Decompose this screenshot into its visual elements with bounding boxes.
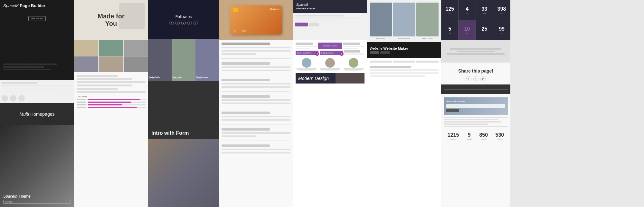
photo-thumb-2 <box>99 40 123 56</box>
team-cell: Agatha Agatha Role / Position Jenny Name… <box>148 39 219 81</box>
getting-up-label: Coming up with idea <box>297 52 317 54</box>
google-icon[interactable]: g <box>181 21 186 25</box>
room-photo <box>148 139 219 207</box>
photo-col-2: Mobile response <box>393 3 415 39</box>
skill-bar-js <box>77 104 146 105</box>
page-builder-title: SpaceM Page Builder <box>3 3 45 8</box>
webmaker-btn-2[interactable] <box>380 51 390 54</box>
stat-label-99: ●● <box>501 32 503 34</box>
column-4: 4532 •••• •••• 1234 <box>219 0 293 207</box>
skill-bar-js-track <box>88 104 146 105</box>
website-maker-title: Website Website Maker <box>370 46 439 50</box>
body-line-3 <box>222 53 256 55</box>
content-heading <box>370 66 411 68</box>
team-item-1 <box>296 58 318 71</box>
website-builder-cell: SpaceMWebsite Builder <box>293 0 367 40</box>
team-caption-2: Jenny Name Role / Position <box>173 76 194 80</box>
big-stat-1215: 1215 satisfied <box>448 132 459 140</box>
stat-label-25: ●● <box>483 32 485 34</box>
body-line-5 <box>222 70 290 71</box>
big-stat-850: 850 projects <box>479 132 488 140</box>
mock-line-2 <box>77 78 132 80</box>
twitter-icon[interactable]: t <box>175 21 180 25</box>
dark-bar-line <box>444 89 508 90</box>
team-caption-1: Agatha Agatha Role / Position <box>149 76 171 80</box>
body-text-2 <box>444 119 498 120</box>
photo-grid-cell <box>74 40 148 72</box>
photo-thumb-1 <box>74 40 98 56</box>
skill-bar-css-label <box>77 102 86 103</box>
facebook-icon[interactable]: f <box>169 21 174 25</box>
skill-bar-php-track <box>88 107 146 108</box>
gray-block <box>441 40 510 63</box>
buy-now-btn[interactable]: Buy Now <box>3 200 71 204</box>
instagram-icon[interactable]: i <box>187 21 192 25</box>
body-text-5 <box>444 126 508 127</box>
share-twitter-icon[interactable]: t <box>473 76 478 81</box>
photo-label-retina: Retina ready <box>370 37 392 39</box>
subscribe-btn[interactable] <box>446 109 459 112</box>
webmaker-btn-1[interactable] <box>370 51 379 54</box>
gray-line-1 <box>450 48 501 50</box>
content-line-1 <box>370 69 439 71</box>
website-maker-cell: Website Website Maker <box>367 42 441 207</box>
share-subscribe-cell: Share this page! f t g+ Subscribe now <box>441 40 510 207</box>
spacem-theme-title: SpaceM Theme <box>3 194 71 199</box>
big-stat-num-530: 530 <box>496 132 504 138</box>
team-photo-row: Agatha Agatha Role / Position Jenny Name… <box>148 39 219 81</box>
follow-us-cell: Follow us f t g i y <box>148 0 219 39</box>
team-role-3: Role / Position <box>196 78 218 80</box>
social-icons-row: f t g i y <box>169 21 198 25</box>
body-line-11 <box>222 119 290 121</box>
big-stat-label-1215: satisfied <box>448 138 459 140</box>
column-3: Follow us f t g i y Agatha Agatha Role /… <box>148 0 219 207</box>
big-stat-num-1215: 1215 <box>448 132 459 138</box>
stat-num-398: 398 <box>497 6 506 12</box>
get-result-label: Get project result <box>321 52 341 54</box>
steps-cell: Realisation of idea Coming up with idea … <box>293 40 367 207</box>
skill-bar-html-track <box>88 99 146 100</box>
mock-line-6 <box>77 91 146 93</box>
photo-col-3: Metrics Builder <box>416 3 439 39</box>
stat-num-99: 99 <box>499 26 505 32</box>
stat-label-125: ●●● <box>448 12 451 14</box>
tab-3[interactable] <box>416 61 439 63</box>
photo-col-1: Retina ready <box>370 3 392 39</box>
big-stat-label-9: awards <box>467 138 472 140</box>
tab-1[interactable] <box>370 61 392 63</box>
section-heading-5 <box>222 112 270 114</box>
share-google-icon[interactable]: g+ <box>480 76 486 81</box>
step-5-right <box>344 50 365 55</box>
body-line-15 <box>222 152 290 153</box>
stats-row-top: 125 ●●● 4 ●●● 33 ●●● 398 ●●● <box>441 0 510 20</box>
team-avatar-2 <box>325 58 335 68</box>
team-role-line-3 <box>346 70 361 71</box>
step-1-purple: Realisation of idea <box>318 43 342 49</box>
skills-cell: Our Skills <box>74 72 148 207</box>
subscribe-input[interactable] <box>446 104 505 108</box>
page-builder-cell: SpaceM Page Builder Get Started <box>0 0 74 80</box>
section-heading-6 <box>222 128 270 131</box>
spacem-logo: SpaceMWebsite Builder <box>296 3 316 10</box>
skill-bar-css <box>77 102 146 103</box>
team-row <box>296 58 365 71</box>
get-started-btn[interactable]: Get Started <box>28 16 46 21</box>
credit-card: 4532 •••• •••• 1234 <box>230 5 282 34</box>
photo-thumb-3 <box>124 40 148 56</box>
stats-grid-cell: 125 ●●● 4 ●●● 33 ●●● 398 ●●● 5 <box>441 0 510 40</box>
team-photo-3: Claire Surname Role / Position <box>195 39 219 81</box>
step-1-heading <box>296 43 313 45</box>
made-for-you-cell: Made forYou <box>74 0 148 40</box>
share-facebook-icon[interactable]: f <box>466 76 471 81</box>
stat-num-125: 125 <box>446 6 454 12</box>
youtube-icon[interactable]: y <box>194 21 198 25</box>
team-item-2 <box>319 58 341 71</box>
photo-label-mobile: Mobile response <box>393 37 415 39</box>
skill-bar-css-fill <box>88 102 131 103</box>
body-text-3 <box>444 121 501 123</box>
section-heading-2 <box>222 62 270 65</box>
text-sections <box>222 43 290 153</box>
body-line-4 <box>222 66 290 68</box>
section-heading-4 <box>222 95 270 98</box>
tab-2[interactable] <box>393 61 415 63</box>
